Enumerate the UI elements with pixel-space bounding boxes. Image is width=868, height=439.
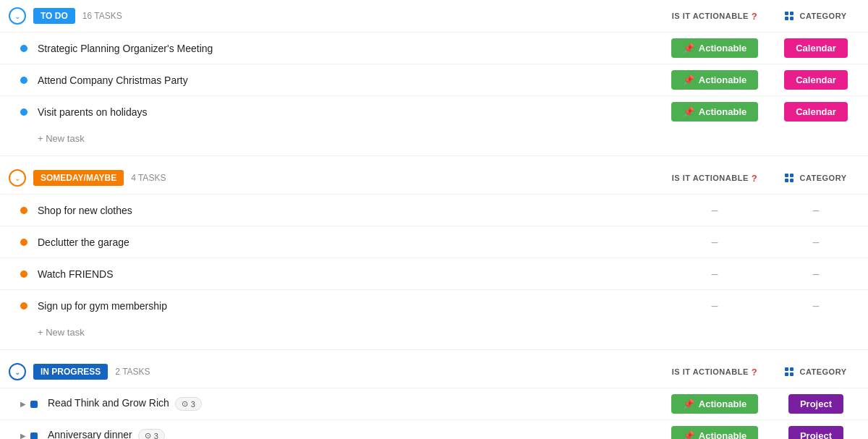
task-value-cols: –– xyxy=(657,299,859,312)
actionable-header-label: IS IT ACTIONABLE xyxy=(672,174,749,182)
task-bullet[interactable] xyxy=(20,108,27,116)
actionable-cell: 📌 Actionable xyxy=(657,394,773,414)
task-name: Anniversary dinner⊙ 3 xyxy=(48,429,657,439)
empty-dash: – xyxy=(712,204,718,217)
actionable-badge[interactable]: 📌 Actionable xyxy=(671,394,758,414)
task-row: Visit parents on holidays📌 ActionableCal… xyxy=(0,95,868,127)
subtask-icon: ⊙ xyxy=(182,399,188,409)
question-mark-icon: ? xyxy=(752,173,757,184)
task-value-cols: –– xyxy=(657,236,859,249)
actionable-badge[interactable]: 📌 Actionable xyxy=(671,70,758,90)
category-badge[interactable]: Calendar xyxy=(784,70,848,90)
task-bullet[interactable] xyxy=(20,302,27,310)
question-mark-icon: ? xyxy=(752,11,757,22)
svg-rect-0 xyxy=(785,12,788,15)
column-headers: IS IT ACTIONABLE?CATEGORY xyxy=(657,11,859,22)
svg-rect-3 xyxy=(790,17,793,20)
pin-icon: 📌 xyxy=(683,43,694,54)
task-name: Shop for new clothes xyxy=(38,205,657,216)
collapse-button[interactable]: ⌄ xyxy=(9,363,26,380)
section-label: TO DO xyxy=(33,8,75,24)
actionable-badge[interactable]: 📌 Actionable xyxy=(671,102,758,122)
task-row: Declutter the garage–– xyxy=(0,226,868,257)
svg-rect-8 xyxy=(785,367,788,371)
category-cell: – xyxy=(773,268,859,281)
expand-arrow-icon[interactable]: ▶ xyxy=(20,432,26,439)
task-name: Declutter the garage xyxy=(38,236,657,248)
task-count: 4 TASKS xyxy=(131,173,166,183)
expand-arrow-icon[interactable]: ▶ xyxy=(20,400,26,408)
svg-rect-11 xyxy=(790,372,793,376)
empty-dash: – xyxy=(813,268,820,281)
section-header: ⌄TO DO16 TASKSIS IT ACTIONABLE?CATEGORY xyxy=(0,0,868,32)
section-header: ⌄IN PROGRESS2 TASKSIS IT ACTIONABLE?CATE… xyxy=(0,356,868,388)
section-todo: ⌄TO DO16 TASKSIS IT ACTIONABLE?CATEGORYS… xyxy=(0,0,868,156)
task-value-cols: 📌 ActionableProject xyxy=(657,426,859,439)
new-task-button[interactable]: + New task xyxy=(0,321,868,344)
actionable-column-header: IS IT ACTIONABLE? xyxy=(657,367,773,378)
category-badge[interactable]: Calendar xyxy=(784,38,848,58)
question-mark-icon: ? xyxy=(752,367,757,378)
task-bullet[interactable] xyxy=(20,45,27,52)
category-cell: – xyxy=(773,204,859,217)
task-name: Read Think and Grow Rich⊙ 3 xyxy=(48,397,657,411)
task-bullet[interactable] xyxy=(20,270,27,278)
task-bullet[interactable] xyxy=(20,207,27,214)
task-name: Watch FRIENDS xyxy=(38,268,657,280)
task-bullet[interactable] xyxy=(20,77,27,84)
pin-icon: 📌 xyxy=(683,106,694,117)
grid-icon xyxy=(785,174,793,182)
pin-icon: 📌 xyxy=(683,398,694,409)
actionable-cell: – xyxy=(657,268,773,281)
section-label: SOMEDAY/MAYBE xyxy=(33,170,124,186)
actionable-cell: – xyxy=(657,299,773,312)
empty-dash: – xyxy=(712,268,718,281)
collapse-button[interactable]: ⌄ xyxy=(9,169,26,187)
task-value-cols: 📌 ActionableCalendar xyxy=(657,38,859,58)
category-cell: Project xyxy=(773,394,859,414)
actionable-cell: 📌 Actionable xyxy=(657,70,773,90)
svg-rect-1 xyxy=(790,12,793,15)
task-bullet[interactable] xyxy=(30,401,38,408)
empty-dash: – xyxy=(712,236,718,249)
subtask-count-badge[interactable]: ⊙ 3 xyxy=(138,429,165,439)
task-bullet[interactable] xyxy=(20,239,27,246)
column-headers: IS IT ACTIONABLE?CATEGORY xyxy=(657,367,859,378)
task-value-cols: –– xyxy=(657,204,859,217)
svg-rect-2 xyxy=(785,17,788,20)
category-badge[interactable]: Project xyxy=(788,426,843,439)
actionable-badge[interactable]: 📌 Actionable xyxy=(671,38,758,58)
task-row: Attend Company Christmas Party📌 Actionab… xyxy=(0,64,868,95)
actionable-cell: – xyxy=(657,236,773,249)
category-column-header: CATEGORY xyxy=(773,11,859,22)
grid-icon xyxy=(785,12,793,20)
empty-dash: – xyxy=(813,204,820,217)
actionable-cell: 📌 Actionable xyxy=(657,102,773,122)
pin-icon: 📌 xyxy=(683,430,694,439)
section-someday: ⌄SOMEDAY/MAYBE4 TASKSIS IT ACTIONABLE?CA… xyxy=(0,162,868,350)
category-cell: Calendar xyxy=(773,102,859,122)
task-row: ▶Anniversary dinner⊙ 3📌 ActionableProjec… xyxy=(0,419,868,439)
task-row: Sign up for gym membership–– xyxy=(0,289,868,321)
actionable-column-header: IS IT ACTIONABLE? xyxy=(657,11,773,22)
pin-icon: 📌 xyxy=(683,74,694,85)
svg-rect-7 xyxy=(790,179,793,182)
new-task-button[interactable]: + New task xyxy=(0,127,868,150)
task-value-cols: –– xyxy=(657,268,859,281)
task-bullet[interactable] xyxy=(30,432,38,440)
collapse-button[interactable]: ⌄ xyxy=(9,7,26,25)
svg-rect-4 xyxy=(785,174,788,177)
category-badge[interactable]: Project xyxy=(788,394,843,414)
empty-dash: – xyxy=(813,236,820,249)
task-manager: ⌄TO DO16 TASKSIS IT ACTIONABLE?CATEGORYS… xyxy=(0,0,868,439)
task-name: Visit parents on holidays xyxy=(38,106,657,118)
category-badge[interactable]: Calendar xyxy=(784,102,848,122)
task-row: Watch FRIENDS–– xyxy=(0,257,868,289)
task-name: Sign up for gym membership xyxy=(38,300,657,312)
task-name: Strategic Planning Organizer's Meeting xyxy=(38,43,657,54)
subtask-count-badge[interactable]: ⊙ 3 xyxy=(175,397,202,411)
actionable-badge[interactable]: 📌 Actionable xyxy=(671,426,758,439)
actionable-cell: 📌 Actionable xyxy=(657,426,773,439)
task-value-cols: 📌 ActionableCalendar xyxy=(657,70,859,90)
category-cell: Calendar xyxy=(773,38,859,58)
